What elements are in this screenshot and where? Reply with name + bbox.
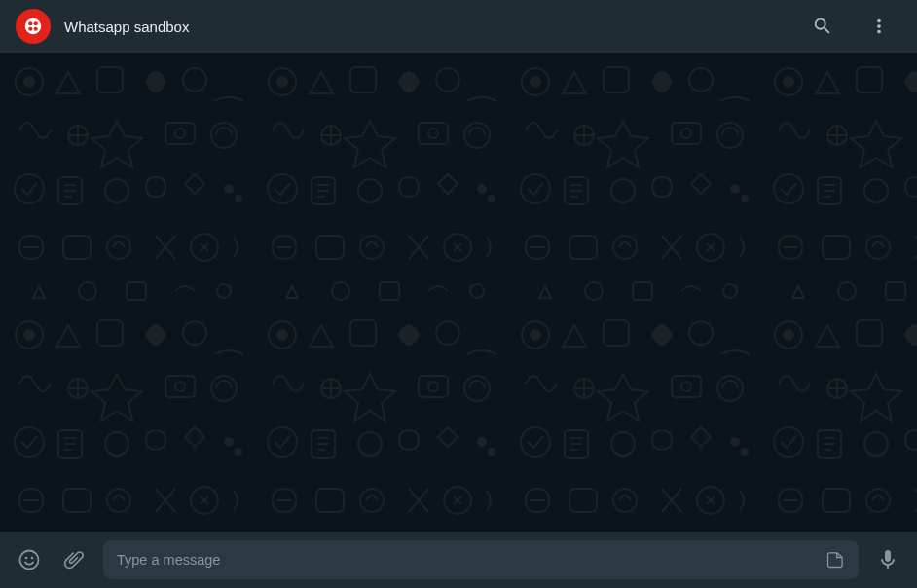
header-actions [808, 12, 901, 41]
attach-icon [62, 548, 86, 571]
svg-point-7 [31, 557, 34, 560]
microphone-button[interactable] [872, 544, 903, 575]
svg-point-6 [25, 557, 28, 560]
message-input-container [103, 540, 859, 579]
svg-point-4 [28, 27, 32, 31]
chat-title[interactable]: Whatsapp sandbox [64, 18, 794, 35]
message-composer [0, 532, 917, 588]
search-icon [812, 16, 833, 37]
search-button[interactable] [808, 12, 837, 41]
chat-background-pattern [0, 53, 917, 532]
emoji-icon [18, 548, 41, 571]
menu-button[interactable] [864, 12, 894, 41]
message-input[interactable] [117, 552, 816, 568]
sticker-button[interactable] [825, 550, 845, 570]
svg-point-5 [34, 27, 38, 31]
svg-point-2 [28, 21, 32, 25]
twilio-logo-icon [22, 16, 44, 37]
sticker-icon [825, 550, 845, 570]
chat-header: Whatsapp sandbox [0, 0, 917, 53]
svg-point-3 [34, 21, 38, 25]
attach-button[interactable] [58, 544, 90, 575]
emoji-button[interactable] [14, 544, 45, 575]
svg-point-1 [25, 18, 42, 35]
contact-avatar[interactable] [16, 9, 51, 44]
microphone-icon [876, 548, 899, 571]
chat-messages-area[interactable] [0, 53, 917, 532]
more-vertical-icon [868, 16, 890, 37]
